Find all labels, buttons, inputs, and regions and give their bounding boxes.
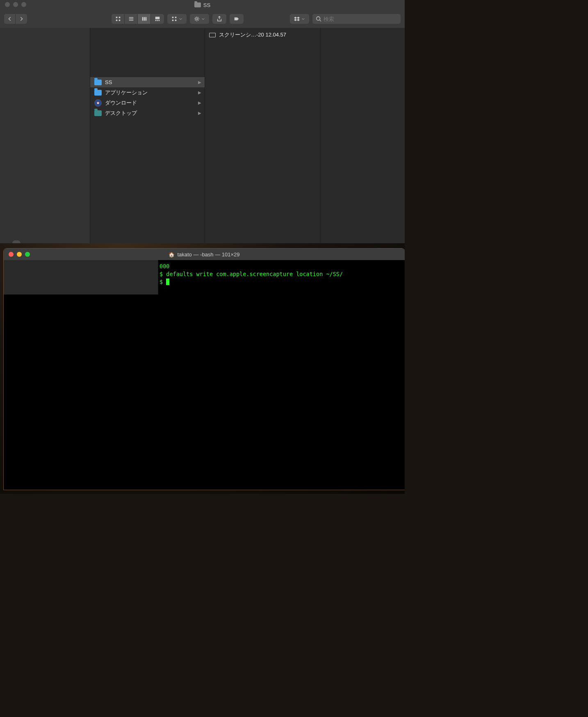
svg-rect-12 <box>157 20 158 21</box>
share-button[interactable] <box>212 14 226 24</box>
close-button[interactable] <box>9 252 14 257</box>
resize-handle[interactable] <box>12 240 21 243</box>
dropbox-button[interactable] <box>290 14 309 24</box>
chevron-left-icon <box>7 16 13 22</box>
traffic-lights <box>5 2 26 7</box>
gallery-icon <box>155 16 160 22</box>
finder-sidebar[interactable] <box>0 28 90 243</box>
view-switcher <box>112 14 164 24</box>
svg-rect-2 <box>116 20 117 21</box>
svg-rect-9 <box>145 17 146 21</box>
tags-button[interactable] <box>230 14 244 24</box>
svg-rect-8 <box>144 17 145 21</box>
svg-rect-11 <box>155 20 157 21</box>
svg-line-20 <box>320 20 321 22</box>
folder-row-downloads[interactable]: ダウンロード ▶ <box>90 98 205 108</box>
svg-rect-10 <box>155 17 160 19</box>
folder-row-applications[interactable]: アプリケーション ▶ <box>90 87 205 98</box>
chevron-right-icon: ▶ <box>198 100 201 105</box>
finder-window: SS <box>0 0 405 243</box>
grid-icon <box>171 16 177 22</box>
terminal-titlebar[interactable]: takato — -bash — 101×29 <box>4 249 405 260</box>
svg-rect-14 <box>172 17 174 18</box>
home-icon <box>169 251 175 258</box>
image-file-icon <box>209 33 216 37</box>
folder-row-ss[interactable]: SS ▶ <box>90 77 205 87</box>
terminal-prompt: $ <box>160 278 405 286</box>
columns-icon <box>141 16 147 22</box>
arrange-button[interactable] <box>167 14 187 24</box>
search-input[interactable] <box>324 16 397 22</box>
folder-label: ダウンロード <box>105 99 137 107</box>
gallery-view-button[interactable] <box>151 14 164 24</box>
folder-label: SS <box>105 79 112 85</box>
list-view-button[interactable] <box>125 14 138 24</box>
terminal-body[interactable]: 000 $ defaults write com.apple.screencap… <box>4 260 405 490</box>
finder-overhang <box>4 260 158 295</box>
finder-column-2[interactable]: スクリーンシ…-20 12.04.57 <box>205 28 321 243</box>
folder-label: アプリケーション <box>105 89 148 96</box>
back-button[interactable] <box>4 14 16 24</box>
terminal-line: 000 <box>160 263 405 270</box>
finder-titlebar[interactable]: SS <box>0 0 405 10</box>
finder-column-1[interactable]: SS ▶ アプリケーション ▶ ダウンロード ▶ デスクトップ ▶ <box>90 28 205 243</box>
window-title: SS <box>194 2 210 8</box>
finder-toolbar <box>0 10 405 28</box>
folder-row-desktop[interactable]: デスクトップ ▶ <box>90 108 205 118</box>
chevron-right-icon <box>18 16 24 22</box>
tag-icon <box>234 16 239 22</box>
chevron-down-icon <box>301 16 305 22</box>
folder-label: デスクトップ <box>105 110 137 117</box>
forward-button[interactable] <box>16 14 27 24</box>
minimize-button[interactable] <box>13 2 18 7</box>
close-button[interactable] <box>5 2 10 7</box>
minimize-button[interactable] <box>17 252 22 257</box>
cursor <box>166 279 169 285</box>
chevron-down-icon <box>179 16 182 22</box>
finder-body: SS ▶ アプリケーション ▶ ダウンロード ▶ デスクトップ ▶ <box>0 28 405 243</box>
search-box[interactable] <box>312 14 401 24</box>
svg-rect-16 <box>172 20 174 21</box>
terminal-title-text: takato — -bash — 101×29 <box>177 251 239 258</box>
icon-view-button[interactable] <box>112 14 125 24</box>
traffic-lights <box>9 252 30 257</box>
folder-icon <box>194 2 201 7</box>
gear-icon <box>194 16 200 22</box>
chevron-right-icon: ▶ <box>198 80 201 84</box>
svg-point-19 <box>317 17 320 21</box>
chevron-right-icon: ▶ <box>198 111 201 115</box>
window-title-text: SS <box>203 2 210 8</box>
list-icon <box>128 16 134 22</box>
terminal-window: takato — -bash — 101×29 000 $ defaults w… <box>3 248 405 490</box>
file-label: スクリーンシ…-20 12.04.57 <box>219 31 286 39</box>
search-icon <box>316 16 321 22</box>
folder-icon <box>94 90 102 96</box>
chevron-down-icon <box>201 16 205 22</box>
action-button[interactable] <box>190 14 209 24</box>
file-row-screenshot[interactable]: スクリーンシ…-20 12.04.57 <box>205 30 320 39</box>
terminal-line: $ defaults write com.apple.screencapture… <box>160 270 405 278</box>
finder-column-3[interactable] <box>321 28 405 243</box>
maximize-button[interactable] <box>25 252 30 257</box>
terminal-title: takato — -bash — 101×29 <box>169 251 239 258</box>
svg-rect-1 <box>119 17 120 18</box>
nav-buttons <box>4 14 27 24</box>
svg-rect-17 <box>175 20 177 21</box>
share-icon <box>217 16 222 22</box>
svg-rect-15 <box>175 17 177 18</box>
maximize-button[interactable] <box>21 2 26 7</box>
svg-point-18 <box>196 18 198 20</box>
svg-rect-3 <box>119 20 120 21</box>
folder-icon <box>94 110 102 116</box>
shield-icon <box>94 99 102 107</box>
svg-rect-13 <box>159 20 160 21</box>
folder-icon <box>94 80 102 85</box>
svg-rect-7 <box>142 17 143 21</box>
column-view-button[interactable] <box>138 14 151 24</box>
svg-rect-0 <box>116 17 117 18</box>
dropbox-icon <box>294 16 300 22</box>
chevron-right-icon: ▶ <box>198 90 201 95</box>
grid-icon <box>115 16 121 22</box>
